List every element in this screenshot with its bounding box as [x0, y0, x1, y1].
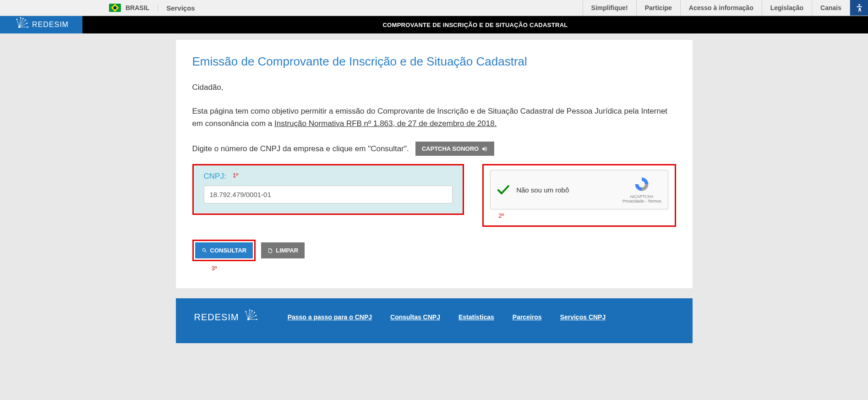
footer: REDESIM Passo a passo para o CNPJ Consul…: [176, 298, 693, 343]
recaptcha-branding: reCAPTCHA Privacidade - Termos: [622, 176, 661, 203]
clear-button[interactable]: LIMPAR: [261, 242, 305, 258]
intro-text: Esta página tem como objetivo permitir a…: [192, 105, 676, 130]
page-heading: Emissão de Comprovante de Inscrição e de…: [192, 55, 676, 69]
svg-line-16: [248, 316, 256, 320]
instruction-text: Digite o número de CNPJ da empresa e cli…: [192, 144, 409, 153]
servicos-link[interactable]: Serviços: [158, 0, 203, 16]
svg-point-21: [254, 312, 255, 313]
sound-icon: [481, 146, 488, 152]
document-icon: [267, 247, 273, 254]
accessibility-icon: [854, 3, 864, 13]
svg-point-12: [20, 17, 21, 18]
gov-brasil-section: BRASIL: [109, 0, 158, 16]
svg-line-20: [246, 312, 248, 319]
svg-point-9: [27, 23, 27, 24]
footer-link-estatisticas[interactable]: Estatísticas: [459, 313, 494, 321]
cnpj-label: CNPJ:: [204, 172, 226, 181]
step-1-marker: 1º: [233, 172, 238, 179]
footer-link-parceiros[interactable]: Parceiros: [513, 313, 542, 321]
recaptcha-logo-icon: [633, 176, 650, 192]
audio-captcha-button[interactable]: CAPTCHA SONORO: [415, 142, 494, 156]
footer-logo-text: REDESIM: [194, 312, 239, 323]
svg-point-0: [858, 4, 860, 6]
recaptcha-brand-text: reCAPTCHA: [622, 194, 661, 199]
footer-link-servicos[interactable]: Serviços CNPJ: [560, 313, 606, 321]
brasil-label[interactable]: BRASIL: [126, 4, 158, 11]
svg-point-10: [27, 27, 28, 27]
gov-link-participe[interactable]: Participe: [636, 0, 680, 16]
svg-point-24: [251, 310, 252, 311]
recaptcha-text: Não sou um robô: [516, 186, 622, 194]
gov-link-simplifique[interactable]: Simplifique!: [583, 0, 636, 16]
page-title-bar: COMPROVANTE DE INSCRIÇÃO E DE SITUAÇÃO C…: [82, 16, 868, 33]
svg-point-26: [245, 311, 246, 312]
gov-link-legislacao[interactable]: Legislação: [762, 0, 812, 16]
header-logo-text: REDESIM: [32, 21, 69, 29]
svg-point-23: [256, 319, 257, 320]
svg-point-11: [22, 18, 23, 19]
redesim-spark-icon: [14, 17, 29, 33]
consult-button[interactable]: CONSULTAR: [195, 242, 253, 258]
main-card: Emissão de Comprovante de Inscrição e de…: [176, 40, 693, 288]
step-2-marker: 2º: [498, 212, 668, 219]
svg-line-3: [19, 23, 27, 27]
accessibility-button[interactable]: [850, 0, 868, 16]
svg-line-7: [17, 19, 19, 27]
greeting-text: Cidadão,: [192, 82, 676, 93]
svg-point-8: [25, 20, 26, 21]
consult-button-label: CONSULTAR: [210, 247, 247, 254]
svg-point-22: [256, 315, 257, 316]
footer-link-passo[interactable]: Passo a passo para o CNPJ: [288, 313, 372, 321]
gov-link-canais[interactable]: Canais: [812, 0, 850, 16]
step-3-marker: 3º: [212, 265, 676, 272]
footer-spark-icon: [243, 309, 258, 325]
audio-captcha-label: CAPTCHA SONORO: [422, 145, 479, 152]
clear-button-label: LIMPAR: [276, 247, 298, 254]
search-icon: [202, 247, 207, 253]
recaptcha-terms-link[interactable]: Termos: [648, 199, 661, 203]
instrucao-normativa-link[interactable]: Instrução Normativa RFB nº 1.863, de 27 …: [274, 119, 497, 128]
recaptcha-check-icon: [497, 185, 510, 195]
svg-point-25: [249, 310, 250, 311]
footer-link-consultas[interactable]: Consultas CNPJ: [390, 313, 440, 321]
recaptcha-privacy-link[interactable]: Privacidade: [622, 199, 644, 203]
svg-point-13: [16, 19, 17, 20]
gov-link-acesso[interactable]: Acesso à informação: [680, 0, 762, 16]
cnpj-input[interactable]: [204, 186, 453, 203]
cnpj-input-section: CNPJ: 1º: [192, 164, 464, 215]
consult-button-highlight: CONSULTAR: [192, 240, 256, 261]
gov-top-bar: BRASIL Serviços Simplifique! Participe A…: [0, 0, 868, 16]
recaptcha-widget[interactable]: Não sou um robô reCAPTCHA Privacidade - …: [490, 170, 668, 209]
recaptcha-section: Não sou um robô reCAPTCHA Privacidade - …: [482, 164, 676, 227]
brazil-flag-icon: [109, 4, 121, 12]
header-bar: REDESIM COMPROVANTE DE INSCRIÇÃO E DE SI…: [0, 16, 868, 33]
footer-logo[interactable]: REDESIM: [194, 309, 258, 325]
header-logo[interactable]: REDESIM: [0, 16, 82, 33]
